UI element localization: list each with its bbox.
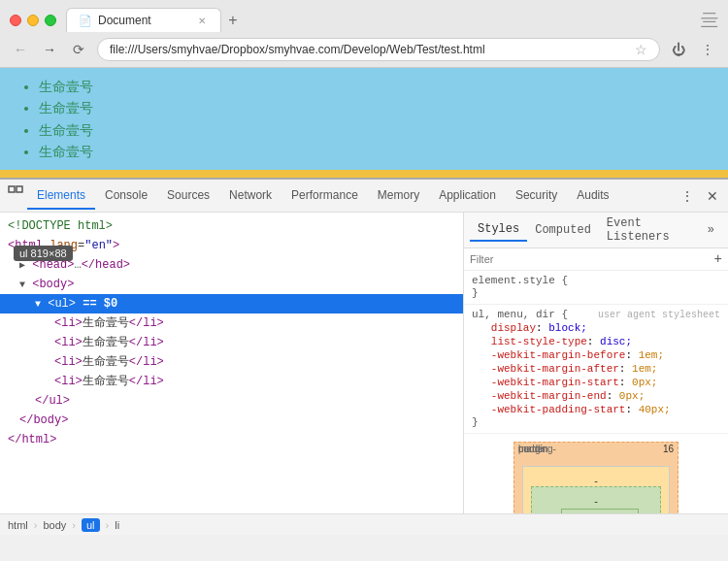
more-menu-button[interactable]: ⋮	[697, 39, 718, 60]
devtools-tab-bar: Elements Console Sources Network Perform…	[0, 180, 728, 213]
style-prop-list-style-type: list-style-type: disc;	[472, 335, 720, 348]
html-line-li3[interactable]: <li>生命壹号</li>	[0, 352, 463, 372]
styles-panel: Styles Computed Event Listeners » + elem…	[464, 213, 728, 513]
close-button[interactable]	[10, 15, 21, 26]
styles-filter-input[interactable]	[470, 253, 687, 265]
tab-close-button[interactable]: ✕	[195, 14, 209, 27]
devtools-body: <!DOCTYPE html> <html lang="en"> ▶ <head…	[0, 213, 728, 513]
reload-button[interactable]: ⟳	[68, 39, 89, 60]
tab-favicon-icon: 📄	[79, 15, 92, 27]
html-line-li1[interactable]: <li>生命壹号</li>	[0, 314, 463, 333]
html-line-li2[interactable]: <li>生命壹号</li>	[0, 333, 463, 352]
devtools-close-button[interactable]: ✕	[701, 184, 724, 208]
useragent-style-block: ul, menu, dir { user agent stylesheet di…	[464, 305, 728, 434]
add-style-button[interactable]: +	[714, 251, 722, 267]
url-text: file:///Users/smyhvae/Dropbox/smyhvae.co…	[110, 43, 635, 56]
html-line-ul[interactable]: ▼ <ul> == $0	[0, 294, 463, 314]
devtools-panel: Elements Console Sources Network Perform…	[0, 178, 728, 535]
rule-selector: ul, menu, dir {	[472, 309, 568, 320]
status-html[interactable]: html	[8, 519, 28, 531]
element-style-close: }	[472, 287, 720, 299]
list-item: 生命壹号	[39, 119, 709, 141]
style-prop-padding-start: -webkit-padding-start: 40px;	[472, 403, 720, 416]
style-prop-margin-before: -webkit-margin-before: 1em;	[472, 348, 720, 362]
html-line-li4[interactable]: <li>生命壹号</li>	[0, 372, 463, 391]
title-bar: 📄 Document ✕ + 亖	[0, 0, 728, 32]
url-bar[interactable]: file:///Users/smyhvae/Dropbox/smyhvae.co…	[97, 38, 660, 61]
statusbar: html › body › ul › li	[0, 513, 728, 535]
padding-top-val: -	[540, 495, 652, 507]
styles-sub-tab-bar: Styles Computed Event Listeners »	[464, 213, 728, 248]
element-style-selector: element.style {	[472, 275, 720, 286]
status-body[interactable]: body	[43, 519, 66, 531]
style-prop-margin-end: -webkit-margin-end: 0px;	[472, 389, 720, 403]
tab-network[interactable]: Network	[219, 182, 281, 210]
tab-title: Document	[98, 14, 151, 27]
style-prop-margin-after: -webkit-margin-after: 1em;	[472, 362, 720, 376]
tab-console[interactable]: Console	[95, 182, 157, 210]
maximize-button[interactable]	[45, 15, 56, 26]
new-tab-button[interactable]: +	[221, 9, 245, 32]
rule-close: }	[472, 416, 720, 428]
sub-tab-styles[interactable]: Styles	[470, 218, 527, 242]
tab-memory[interactable]: Memory	[368, 182, 429, 210]
html-line-html-close[interactable]: </html>	[0, 430, 463, 449]
padding-label: padding-	[518, 444, 556, 454]
tab-elements[interactable]: Elements	[27, 182, 95, 210]
browser-tab[interactable]: 📄 Document ✕	[66, 8, 221, 32]
list-item: 生命壹号	[39, 97, 709, 118]
styles-filter-row: +	[464, 248, 728, 271]
doctype-text: <!DOCTYPE html>	[8, 219, 113, 233]
html-line-body[interactable]: ▼ <body>	[0, 275, 463, 294]
bookmark-icon[interactable]: ☆	[635, 42, 647, 57]
status-li[interactable]: li	[115, 519, 119, 531]
html-line-ul-close[interactable]: </ul>	[0, 391, 463, 411]
box-model-content-row: 40 779 × 88 -	[540, 509, 652, 513]
page-list: 生命壹号 生命壹号 生命壹号 生命壹号	[19, 76, 709, 163]
tab-performance[interactable]: Performance	[281, 182, 368, 210]
extension-icon: 亖	[701, 9, 718, 32]
browser-chrome: 📄 Document ✕ + 亖 ← → ⟳ file:///Users/smy…	[0, 0, 728, 68]
selected-element-highlight	[0, 170, 728, 178]
rule-source: user agent stylesheet	[598, 310, 720, 320]
status-ul[interactable]: ul	[82, 518, 100, 532]
hov-button[interactable]	[691, 258, 699, 260]
back-button[interactable]: ←	[10, 39, 31, 60]
tab-security[interactable]: Security	[506, 182, 567, 210]
sub-tab-computed[interactable]: Computed	[527, 219, 599, 241]
html-line-body-close[interactable]: </body>	[0, 411, 463, 430]
address-bar: ← → ⟳ file:///Users/smyhvae/Dropbox/smyh…	[0, 32, 728, 67]
tab-application[interactable]: Application	[429, 182, 506, 210]
margin-top-value: 16	[663, 444, 674, 454]
tab-audits[interactable]: Audits	[567, 182, 618, 210]
border-top-val: -	[531, 475, 661, 484]
cast-icon[interactable]: ⏻	[668, 39, 689, 60]
minimize-button[interactable]	[27, 15, 39, 26]
box-model-container: margin 16 border - padding- - 40 7	[464, 434, 728, 513]
box-model-padding: padding- - 40 779 × 88 - -	[531, 486, 661, 513]
svg-rect-1	[17, 186, 22, 192]
box-model: margin 16 border - padding- - 40 7	[513, 442, 678, 513]
html-line-doctype: <!DOCTYPE html>	[0, 216, 463, 236]
element-style-block: element.style { }	[464, 271, 728, 305]
traffic-lights	[10, 15, 56, 26]
svg-rect-0	[9, 186, 15, 192]
page-content: 生命壹号 生命壹号 生命壹号 生命壹号	[0, 68, 728, 170]
devtools-inspect-icon[interactable]	[4, 180, 27, 212]
element-tooltip: ul 819×88	[14, 246, 73, 261]
devtools-actions: ⋮ ✕	[676, 184, 724, 208]
tab-bar: 📄 Document ✕ +	[66, 8, 695, 32]
list-item: 生命壹号	[39, 141, 709, 162]
style-prop-margin-start: -webkit-margin-start: 0px;	[472, 376, 720, 389]
box-model-margin: margin 16 border - padding- - 40 7	[513, 442, 678, 513]
sub-tab-more[interactable]: »	[700, 219, 722, 241]
box-model-content: 779 × 88	[561, 509, 639, 513]
sub-tab-event-listeners[interactable]: Event Listeners	[599, 213, 700, 248]
cls-button[interactable]	[703, 258, 711, 260]
forward-button[interactable]: →	[39, 39, 60, 60]
style-prop-display: display: block;	[472, 321, 720, 335]
devtools-more-button[interactable]: ⋮	[676, 184, 699, 208]
box-model-border: border - padding- - 40 779 × 88 - -	[522, 466, 670, 513]
tab-sources[interactable]: Sources	[157, 182, 219, 210]
list-item: 生命壹号	[39, 76, 709, 97]
